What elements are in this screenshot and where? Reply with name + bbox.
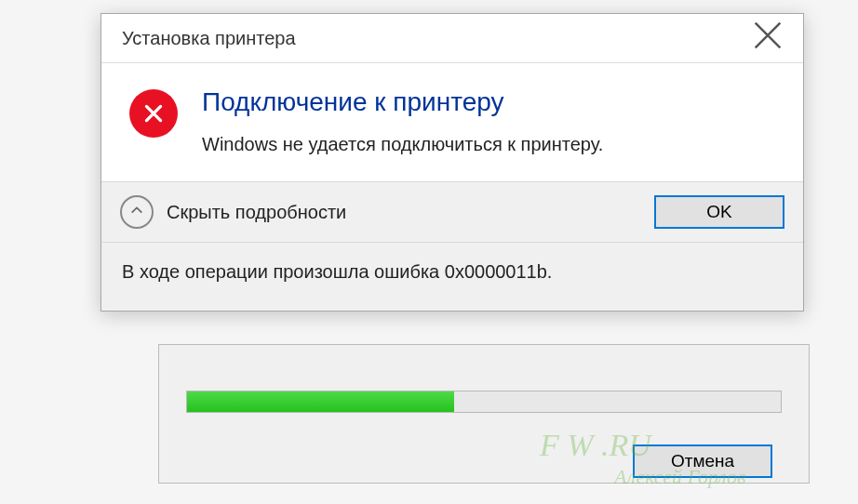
dialog-message: Windows не удается подключиться к принте… — [202, 134, 783, 155]
details-bar: Скрыть подробности OK — [101, 181, 803, 243]
details-toggle-label: Скрыть подробности — [167, 202, 346, 223]
cancel-button[interactable]: Отмена — [633, 444, 772, 478]
close-icon[interactable] — [749, 17, 786, 60]
dialog-body: Подключение к принтеру Windows не удаетс… — [101, 63, 803, 181]
ok-button[interactable]: OK — [654, 195, 784, 229]
dialog-heading: Подключение к принтеру — [202, 87, 783, 117]
error-dialog: Установка принтера Подключение к принтер… — [101, 13, 804, 312]
error-icon — [129, 89, 178, 138]
install-progress-fill — [187, 391, 454, 412]
install-progress-bar — [186, 391, 782, 413]
dialog-titlebar: Установка принтера — [101, 14, 803, 62]
dialog-title: Установка принтера — [122, 28, 296, 49]
details-text: В ходе операции произошла ошибка 0x00000… — [101, 243, 803, 311]
details-toggle-button[interactable] — [120, 195, 154, 229]
chevron-up-icon — [129, 203, 144, 221]
